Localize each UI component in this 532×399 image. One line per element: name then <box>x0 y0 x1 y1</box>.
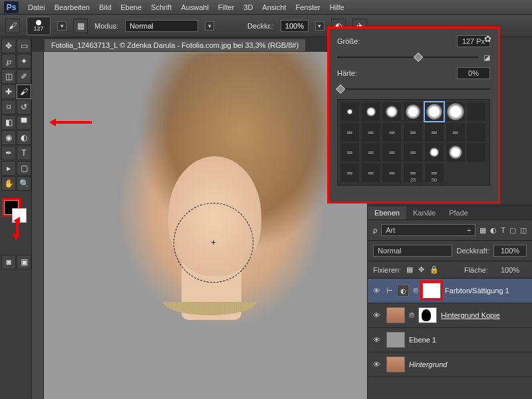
tab-ebenen[interactable]: Ebenen <box>368 206 406 219</box>
history-brush-tool[interactable]: ↺ <box>17 100 31 114</box>
shape-tool[interactable]: ▢ <box>17 161 31 176</box>
path-select-tool[interactable]: ▸ <box>1 161 16 176</box>
lock-position-icon[interactable]: ✥ <box>418 265 424 274</box>
layer-filter-select[interactable]: Art÷ <box>381 224 475 236</box>
menu-hilfe[interactable]: Hilfe <box>330 3 344 11</box>
layer-mask[interactable] <box>418 307 437 323</box>
heal-tool[interactable]: ✚ <box>1 84 16 99</box>
visibility-icon[interactable]: 👁 <box>373 311 382 319</box>
brush-preset[interactable] <box>382 102 401 121</box>
brush-preset-picker[interactable]: 127 <box>27 17 51 35</box>
filter-smart-icon[interactable]: ◫ <box>520 226 527 235</box>
brush-preset[interactable]: ═ <box>382 143 401 162</box>
layer-name[interactable]: Farbton/Sättigung 1 <box>445 287 527 295</box>
visibility-icon[interactable]: 👁 <box>373 287 382 295</box>
brush-preset[interactable] <box>425 143 444 162</box>
screenmode-toggle[interactable]: ▣ <box>17 255 31 269</box>
marquee-tool[interactable]: ▭ <box>17 39 31 53</box>
brush-preset[interactable] <box>446 102 465 121</box>
layer-row[interactable]: 👁 ⊢ ◐ ® Farbton/Sättigung 1 <box>368 279 532 303</box>
blend-mode-select[interactable]: Normal <box>125 20 198 32</box>
brush-tool[interactable]: 🖌 <box>17 84 31 99</box>
filter-adj-icon[interactable]: ◐ <box>490 226 497 235</box>
type-tool[interactable]: T <box>17 146 31 160</box>
menu-ebene[interactable]: Ebene <box>120 3 142 11</box>
brush-preset[interactable]: ═ <box>446 123 465 142</box>
lock-pixels-icon[interactable]: ▦ <box>406 265 413 274</box>
brush-dropdown-icon[interactable] <box>57 21 66 31</box>
brush-preset[interactable]: ═50 <box>425 164 444 182</box>
layer-name[interactable]: Hintergrund Kopie <box>441 311 527 319</box>
brush-preset[interactable]: ═ <box>425 123 444 142</box>
layer-mask[interactable] <box>422 283 441 299</box>
layer-row[interactable]: 👁 ® Hintergrund Kopie <box>368 303 532 328</box>
brush-preset[interactable]: ═ <box>340 123 359 142</box>
eyedropper-tool[interactable]: ✐ <box>17 69 31 84</box>
brush-preset[interactable]: ═ <box>404 123 422 142</box>
menu-datei[interactable]: Datei <box>28 3 45 11</box>
brush-preset[interactable] <box>467 102 485 121</box>
filter-pixel-icon[interactable]: ▦ <box>479 226 486 235</box>
brush-preset[interactable] <box>467 143 485 162</box>
pen-tool[interactable]: ✒ <box>1 146 16 160</box>
visibility-icon[interactable]: 👁 <box>373 360 382 368</box>
gradient-tool[interactable]: ▀ <box>17 115 31 130</box>
visibility-icon[interactable]: 👁 <box>373 336 382 344</box>
menu-3d[interactable]: 3D <box>243 3 253 11</box>
wand-tool[interactable]: ✦ <box>17 54 31 68</box>
brush-hardness-value[interactable]: 0% <box>457 67 490 79</box>
brush-preset[interactable]: ═ <box>362 143 380 162</box>
eraser-tool[interactable]: ◧ <box>1 115 16 130</box>
brush-preset[interactable]: ═ <box>404 143 422 162</box>
lasso-tool[interactable]: ℘ <box>1 54 16 68</box>
menu-fenster[interactable]: Fenster <box>295 3 320 11</box>
brush-size-slider[interactable] <box>337 53 478 62</box>
move-tool[interactable]: ✥ <box>1 39 16 53</box>
brush-preset[interactable]: ═ <box>382 164 401 182</box>
brush-hardness-slider[interactable] <box>337 84 490 94</box>
opacity-field[interactable]: 100% <box>281 20 309 32</box>
link-icon[interactable]: ⊢ <box>386 287 393 295</box>
tab-kanaele[interactable]: Kanäle <box>406 206 442 219</box>
layer-opacity-field[interactable]: 100% <box>493 245 527 257</box>
menu-filter[interactable]: Filter <box>218 3 234 11</box>
brush-panel-toggle-icon[interactable]: ▦ <box>73 19 88 33</box>
brush-preset[interactable]: ═ <box>340 143 359 162</box>
brush-preset[interactable]: ═ <box>362 123 380 142</box>
crop-tool[interactable]: ◫ <box>1 69 16 84</box>
brush-panel-gear-icon[interactable]: ✿ <box>484 34 491 44</box>
brush-tool-icon[interactable]: 🖌 <box>5 19 20 33</box>
filter-type-icon[interactable]: T <box>501 226 505 234</box>
layer-name[interactable]: Ebene 1 <box>409 336 527 344</box>
menu-bearbeiten[interactable]: Bearbeiten <box>55 3 90 11</box>
brush-preset[interactable]: ═ <box>382 123 401 142</box>
brush-preset[interactable]: ═ <box>340 164 359 182</box>
lock-all-icon[interactable]: 🔒 <box>430 265 439 274</box>
filter-shape-icon[interactable]: ▢ <box>509 226 516 235</box>
zoom-tool[interactable]: 🔍 <box>17 176 31 191</box>
brush-preset[interactable] <box>404 102 422 121</box>
blur-tool[interactable]: ◉ <box>1 130 16 145</box>
canvas[interactable] <box>44 52 367 399</box>
opacity-dropdown-icon[interactable] <box>315 21 325 31</box>
menu-auswahl[interactable]: Auswahl <box>181 3 209 11</box>
flip-icon[interactable]: ◪ <box>483 53 490 62</box>
menu-schrift[interactable]: Schrift <box>151 3 172 11</box>
stamp-tool[interactable]: ⌑ <box>1 100 16 114</box>
quickmask-toggle[interactable]: ◙ <box>1 255 16 269</box>
mode-dropdown-icon[interactable] <box>205 21 214 31</box>
document-tab[interactable]: Fotolia_12463713_L © Zdenka Darula - Fot… <box>44 39 306 51</box>
menu-ansicht[interactable]: Ansicht <box>262 3 286 11</box>
layer-row[interactable]: 👁 Ebene 1 <box>368 328 532 352</box>
layer-name[interactable]: Hintergrund <box>409 360 527 368</box>
fill-field[interactable]: 100% <box>493 266 527 274</box>
layer-blend-select[interactable]: Normal <box>373 245 452 257</box>
brush-preset[interactable]: ═25 <box>404 164 422 182</box>
brush-preset[interactable] <box>340 102 359 121</box>
brush-preset[interactable] <box>467 123 485 142</box>
layer-row[interactable]: 👁 Hintergrund <box>368 352 532 377</box>
hand-tool[interactable]: ✋ <box>1 176 16 191</box>
dodge-tool[interactable]: ◐ <box>17 130 31 145</box>
brush-preset[interactable] <box>362 102 380 121</box>
menu-bild[interactable]: Bild <box>99 3 111 11</box>
